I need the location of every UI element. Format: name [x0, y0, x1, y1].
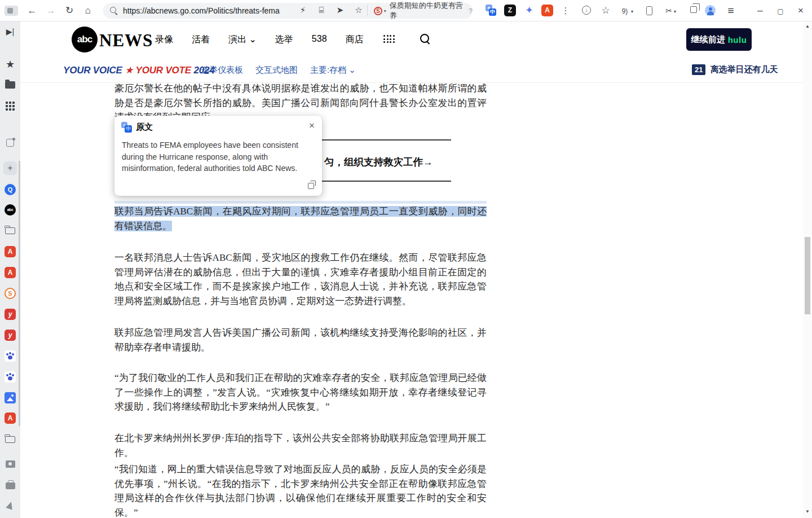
days-badge: 21	[692, 64, 705, 75]
browser-toolbar: ← → ↻ ⌂ https://abcnews.go.com/Politics/…	[0, 0, 812, 21]
page-content: abc NEWS 录像活着演出 ⌄选举538商店 继续前进 hulu YOUR …	[20, 21, 803, 518]
reading-list-icon[interactable]: ⌸	[316, 5, 326, 15]
nav-item[interactable]: 演出 ⌄	[228, 34, 257, 46]
abc-news-wordmark[interactable]: NEWS	[99, 30, 153, 51]
search-icon	[110, 7, 118, 15]
highlighted-text: 联邦当局告诉ABC新闻，在飓风应对期间，联邦应急管理局员工一直受到威胁，同时还有…	[114, 206, 487, 231]
orange-extension-icon[interactable]: A	[541, 5, 553, 16]
favorites-icon[interactable]: ☆	[599, 5, 612, 16]
translation-popup: a 中 原文 × Threats to FEMA employees have …	[114, 116, 322, 196]
popup-original-text: Threats to FEMA employees have been cons…	[122, 139, 311, 174]
red-a-favicon[interactable]: A	[5, 267, 16, 278]
nav-item[interactable]: 录像	[155, 34, 173, 46]
image-app-favicon[interactable]	[5, 392, 16, 403]
sogou-badge-icon: S	[374, 7, 382, 15]
new-tab-button[interactable]: +	[3, 161, 17, 175]
browser-sidebar: ▶| ★ + Q abc A A S y y A	[0, 21, 20, 518]
article-paragraph: “我们知道，网上的重大错误信息导致了对地面反应人员的威胁，反应人员的安全必须是优…	[114, 462, 487, 518]
tab-preview-icon[interactable]	[5, 6, 18, 16]
bookmark-star-icon[interactable]: ☆	[354, 5, 364, 15]
your-voice-your-vote-logo: YOUR VOICE ★ YOUR VOTE 2024	[63, 64, 214, 76]
hulu-promo-button[interactable]: 继续前进 hulu	[686, 28, 752, 51]
election-link[interactable]: 选举仪表板	[201, 65, 243, 76]
election-links: 选举仪表板交互式地图主要:存档 ⌄	[201, 65, 356, 76]
more-apps-grid-icon[interactable]	[383, 35, 395, 43]
tab-manager-icon[interactable]	[690, 6, 697, 13]
forward-button[interactable]: →	[44, 5, 58, 16]
election-countdown: 21 离选举日还有几天	[692, 64, 778, 75]
translate-extension-icon[interactable]: a 中	[485, 5, 497, 16]
maximize-button[interactable]: ▢	[774, 5, 787, 16]
phone-icon[interactable]	[646, 6, 652, 15]
article-paragraph: “为了我们敬业的工作人员和我们正在帮助的灾难幸存者的安全，联邦应急管理局已经做了…	[114, 371, 487, 414]
briefcase-icon[interactable]	[5, 479, 16, 490]
scroll-down-arrow[interactable]: ▼	[803, 509, 812, 514]
site-search-icon[interactable]	[420, 34, 430, 44]
folder-filled-icon[interactable]	[5, 79, 16, 90]
cursor-up-icon[interactable]	[5, 500, 16, 511]
site-nav: 录像活着演出 ⌄选举538商店	[155, 34, 364, 46]
url-text[interactable]: https://abcnews.go.com/Politics/threats-…	[123, 6, 280, 15]
y-favicon[interactable]: y	[5, 330, 16, 341]
red-a-favicon[interactable]: A	[5, 246, 16, 257]
q-app-icon[interactable]: Q	[5, 184, 16, 195]
nav-item[interactable]: 选举	[275, 34, 293, 46]
quick-action-icon[interactable]: ⚡	[298, 5, 308, 15]
folder-gray-icon[interactable]	[5, 434, 16, 445]
abc-logo[interactable]: abc	[72, 27, 98, 52]
address-bar[interactable]: https://abcnews.go.com/Politics/threats-…	[103, 3, 473, 19]
popup-title: 原文	[136, 122, 153, 133]
browser-menu-icon[interactable]: ≡	[724, 5, 738, 16]
widget-icon[interactable]	[5, 137, 16, 148]
reload-button[interactable]: ↻	[63, 5, 76, 16]
read-aloud-caret-icon[interactable]: ▾	[629, 5, 635, 16]
article-paragraph: 一名联邦消息人士告诉ABC新闻，受灾地区的搜救工作仍在继续。然而，尽管联邦应急管…	[114, 251, 487, 308]
download-icon[interactable]: ↓	[582, 6, 591, 15]
play-pause-icon[interactable]: ▶|	[5, 26, 16, 37]
popup-header: a 中 原文	[121, 122, 153, 133]
hulu-brand: hulu	[728, 35, 747, 45]
apps-grid-icon[interactable]	[5, 100, 16, 112]
black-extension-icon[interactable]: Z	[504, 5, 516, 16]
popup-close-icon[interactable]: ×	[309, 120, 315, 131]
nav-item[interactable]: 活着	[192, 34, 210, 46]
favorites-star-icon[interactable]: ★	[5, 59, 16, 70]
y-favicon[interactable]: y	[5, 309, 16, 320]
sidebar-scrollbar[interactable]	[19, 161, 20, 426]
browser-window: ← → ↻ ⌂ https://abcnews.go.com/Politics/…	[0, 0, 812, 518]
page-scrollbar[interactable]: ▲ ▼	[803, 21, 812, 518]
sogou-s-favicon[interactable]: S	[5, 288, 16, 299]
share-icon[interactable]: ➤	[335, 5, 345, 15]
folder-outline-icon[interactable]	[5, 225, 16, 236]
profile-avatar[interactable]	[705, 5, 716, 16]
article-paragraph-highlighted: 联邦当局告诉ABC新闻，在飓风应对期间，联邦应急管理局员工一直受到威胁，同时还有…	[114, 204, 487, 233]
copy-icon[interactable]	[308, 183, 314, 189]
related-story-link[interactable]: 匀，组织支持救灾工作→	[324, 155, 433, 169]
translate-icon: a 中	[121, 122, 132, 133]
abcnews-favicon[interactable]: abc	[5, 204, 16, 216]
chevron-down-icon: ▾	[384, 8, 386, 14]
selection-strip	[114, 201, 487, 204]
hulu-cta-text: 继续前进	[691, 34, 725, 45]
baidu-paw-favicon[interactable]	[5, 371, 16, 383]
election-bar: YOUR VOICE ★ YOUR VOTE 2024 选举仪表板交互式地图主要…	[20, 59, 803, 83]
red-a-favicon[interactable]: A	[5, 412, 16, 424]
nav-item[interactable]: 商店	[346, 34, 364, 46]
article-paragraph: 在北卡罗来纳州州长罗伊·库珀的指导下，该州公共安全部将协助联邦应急管理局开展工作…	[114, 431, 487, 460]
article-paragraph: 联邦应急管理局发言人告诉美国广播公司新闻，该机构继续支持受海伦影响的社区，并帮助…	[114, 326, 487, 354]
scissors-caret-icon[interactable]: ▾	[672, 5, 678, 16]
minimize-button[interactable]: –	[753, 5, 767, 16]
election-link[interactable]: 主要:存档 ⌄	[310, 65, 356, 76]
close-button[interactable]: ×	[794, 5, 807, 16]
scrollbar-thumb[interactable]	[805, 237, 810, 314]
back-button[interactable]: ←	[25, 5, 39, 16]
camera-icon[interactable]	[5, 458, 16, 469]
nav-item[interactable]: 538	[312, 34, 327, 46]
election-link[interactable]: 交互式地图	[255, 65, 298, 76]
gemini-extension-icon[interactable]: ✦	[523, 5, 535, 16]
home-button[interactable]: ⌂	[81, 5, 95, 16]
search-suggestion[interactable]: S ▾ 保质期短的牛奶更有营养 ?	[374, 3, 473, 18]
scroll-up-arrow[interactable]: ▲	[803, 24, 812, 29]
extensions-menu-icon[interactable]: ⋮	[559, 5, 572, 16]
baidu-paw-favicon[interactable]	[5, 350, 16, 362]
